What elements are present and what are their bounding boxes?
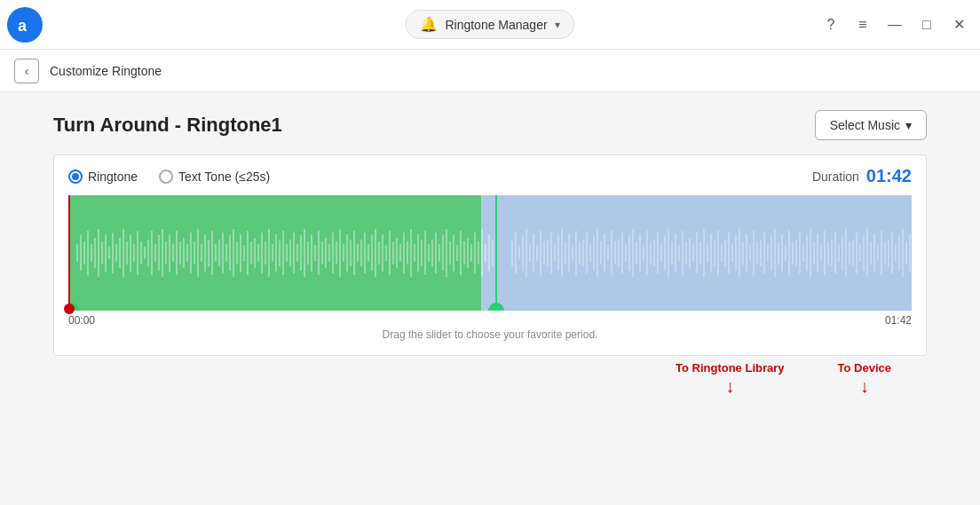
- song-title-row: Turn Around - Ringtone1 Select Music ▾: [53, 110, 927, 140]
- ringtone-radio-inner: [72, 173, 79, 180]
- select-music-button[interactable]: Select Music ▾: [815, 110, 927, 140]
- svg-text:a: a: [18, 17, 28, 35]
- drag-hint: Drag the slider to choose your favorite …: [68, 328, 912, 348]
- close-button[interactable]: ✕: [944, 11, 973, 39]
- to-device-annotation: To Device ↓: [838, 361, 891, 397]
- waveform-container[interactable]: + +: [68, 195, 912, 311]
- app-icon: a: [7, 7, 43, 43]
- window-controls: ? ≡ — □ ✕: [817, 11, 980, 39]
- to-library-arrow: ↓: [725, 376, 734, 397]
- tone-row: Ringtone Text Tone (≤25s) Duration 01:42: [68, 166, 912, 186]
- ringtone-radio[interactable]: [68, 170, 83, 184]
- song-title: Turn Around - Ringtone1: [53, 114, 282, 137]
- page-title: Customize Ringtone: [50, 64, 162, 78]
- text-tone-option[interactable]: Text Tone (≤25s): [159, 170, 270, 184]
- duration-area: Duration 01:42: [812, 166, 912, 186]
- to-library-annotation: To Ringtone Library ↓: [676, 361, 785, 397]
- app-title: Ringtone Manager: [445, 18, 547, 32]
- start-time: 00:00: [68, 314, 95, 327]
- start-time-group: 00:00: [68, 314, 95, 327]
- title-badge[interactable]: 🔔 Ringtone Manager ▾: [405, 10, 574, 39]
- minimize-button[interactable]: —: [881, 11, 909, 39]
- text-tone-label: Text Tone (≤25s): [178, 170, 270, 184]
- bell-icon: 🔔: [420, 16, 438, 33]
- sub-header: ‹ Customize Ringtone: [0, 50, 980, 92]
- to-device-arrow: ↓: [860, 376, 869, 397]
- duration-value: 01:42: [866, 166, 912, 186]
- end-time: 01:42: [885, 314, 912, 327]
- title-bar: a 🔔 Ringtone Manager ▾ ? ≡ — □ ✕: [0, 0, 980, 50]
- back-button[interactable]: ‹: [14, 59, 39, 83]
- to-library-text: To Ringtone Library: [676, 361, 785, 375]
- to-device-text: To Device: [838, 361, 891, 375]
- waveform-svg[interactable]: + +: [68, 195, 912, 311]
- start-line: [68, 195, 70, 311]
- ringtone-option[interactable]: Ringtone: [68, 170, 138, 184]
- time-labels-row: 00:00 01:42: [68, 314, 912, 328]
- maximize-button[interactable]: □: [913, 11, 941, 39]
- annotations-row: To Ringtone Library ↓ To Device ↓: [53, 356, 927, 397]
- ringtone-label: Ringtone: [88, 170, 138, 184]
- select-music-label: Select Music: [830, 118, 900, 132]
- text-tone-radio[interactable]: [159, 170, 173, 184]
- tone-area: Ringtone Text Tone (≤25s) Duration 01:42: [53, 154, 927, 356]
- dropdown-icon: ▾: [555, 19, 560, 31]
- help-button[interactable]: ?: [817, 11, 845, 39]
- tone-options: Ringtone Text Tone (≤25s): [68, 170, 270, 184]
- menu-button[interactable]: ≡: [849, 11, 877, 39]
- title-center: 🔔 Ringtone Manager ▾: [405, 10, 574, 39]
- main-content: Turn Around - Ringtone1 Select Music ▾ R…: [0, 92, 980, 505]
- title-bar-left: a: [0, 7, 50, 43]
- select-music-chevron: ▾: [905, 118, 912, 132]
- duration-label: Duration: [812, 170, 859, 184]
- start-dot: [64, 304, 75, 314]
- end-time-group: 01:42: [885, 314, 912, 327]
